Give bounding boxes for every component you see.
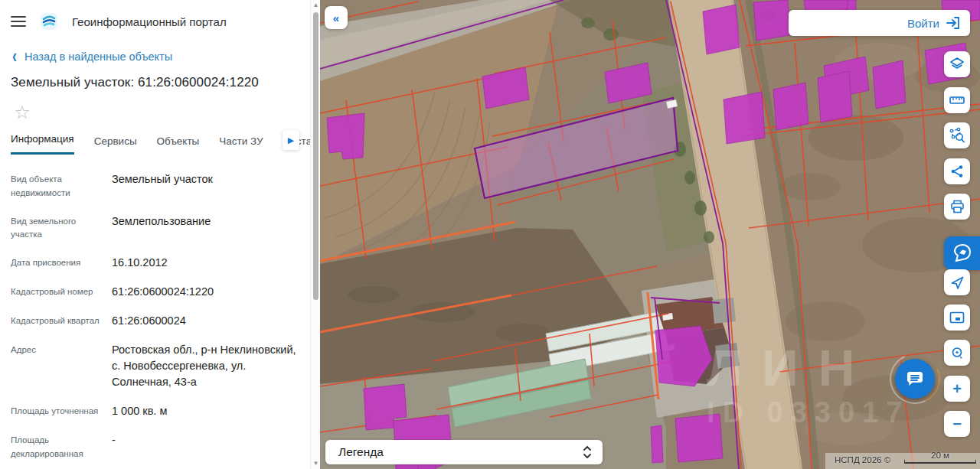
search-location-button[interactable] <box>944 340 970 366</box>
login-button[interactable]: Войти <box>789 10 970 36</box>
ruler-icon <box>949 94 965 106</box>
legend-label: Легенда <box>338 445 384 459</box>
field-row: Кадастровый квартал 61:26:0600024 <box>11 313 299 329</box>
scale-label: 20 м <box>904 451 976 460</box>
locate-button[interactable] <box>944 269 970 295</box>
field-row: Адрес Ростовская обл., р-н Неклиновский,… <box>11 342 299 390</box>
plus-icon: + <box>952 380 962 398</box>
field-row: Площадь декларированная - <box>11 432 299 461</box>
scroll-down-icon[interactable]: ▼ <box>311 458 321 469</box>
tab-information[interactable]: Информация <box>11 133 74 155</box>
back-link[interactable]: ‹ Назад в найденные объекты <box>0 31 310 63</box>
minimap-icon <box>949 311 965 324</box>
scroll-up-icon[interactable]: ▲ <box>311 0 321 11</box>
chat-widget <box>895 359 935 399</box>
field-row: Площадь уточненная 1 000 кв. м <box>11 403 299 419</box>
chevron-left-icon: ‹ <box>12 49 17 64</box>
zoom-out-button[interactable]: − <box>944 411 970 437</box>
tab-services[interactable]: Сервисы <box>94 135 137 155</box>
print-button[interactable] <box>944 194 970 220</box>
layers-button[interactable] <box>944 51 970 77</box>
attribute-list: Вид объекта недвижимости Земельный участ… <box>0 155 310 469</box>
expand-collapse-icon <box>583 445 592 459</box>
map-viewport[interactable]: ЛИН ID 033017 « Войти <box>320 0 980 469</box>
minus-icon: − <box>952 415 962 433</box>
search-location-icon <box>950 346 965 360</box>
login-icon <box>946 16 961 30</box>
satellite-map[interactable] <box>320 0 980 469</box>
double-chevron-left-icon: « <box>333 11 339 24</box>
tab-parcel-parts[interactable]: Части ЗУ <box>219 135 263 155</box>
legend-bar[interactable]: Легенда <box>325 440 603 464</box>
chat-bubble-icon <box>905 369 925 389</box>
collapse-panel-button[interactable]: « <box>325 6 348 29</box>
app-header: Геоинформационный портал <box>0 0 310 31</box>
navigation-arrow-icon <box>950 275 965 290</box>
object-pin-icon <box>952 243 972 263</box>
minimap-button[interactable] <box>944 305 970 331</box>
object-card-button[interactable] <box>944 236 980 270</box>
printer-icon <box>950 200 965 213</box>
scrollbar-thumb[interactable] <box>313 12 318 300</box>
field-row: Вид земельного участка Землепользование <box>11 213 299 243</box>
field-row: Вид объекта недвижимости Земельный участ… <box>11 171 299 200</box>
field-row: Дата присвоения 16.10.2012 <box>11 255 299 271</box>
share-button[interactable] <box>944 158 970 184</box>
geo-portal-logo <box>40 12 58 31</box>
area-search-button[interactable] <box>944 122 970 148</box>
tab-bar: Информация Сервисы Объекты Части ЗУ Сост… <box>0 124 310 155</box>
layers-icon <box>949 57 965 72</box>
star-icon[interactable]: ☆ <box>11 101 34 124</box>
info-panel: Геоинформационный портал ‹ Назад в найде… <box>0 0 320 469</box>
zoom-in-button[interactable]: + <box>944 376 970 402</box>
scale-line <box>904 460 976 464</box>
field-row: Кадастровый номер 61:26:0600024:1220 <box>11 284 299 300</box>
app-title: Геоинформационный портал <box>72 15 227 28</box>
page-title: Земельный участок: 61:26:0600024:1220 <box>0 63 310 90</box>
chevron-right-icon[interactable]: ▶ <box>283 130 299 150</box>
measure-button[interactable] <box>944 87 970 113</box>
tab-objects[interactable]: Объекты <box>157 135 200 155</box>
hamburger-icon[interactable] <box>11 16 26 27</box>
panel-scrollbar[interactable]: ▲ ▼ <box>310 0 320 469</box>
chat-button[interactable] <box>895 359 935 399</box>
area-search-icon <box>949 127 965 144</box>
share-icon <box>950 164 964 178</box>
map-attribution: НСПД 2026 © <box>835 455 890 464</box>
scale-bar: 20 м <box>904 451 976 464</box>
